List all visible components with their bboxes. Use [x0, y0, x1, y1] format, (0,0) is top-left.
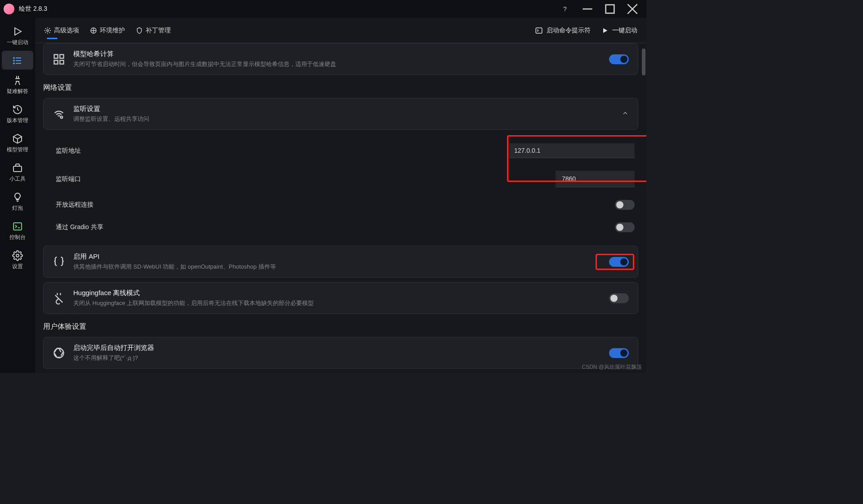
- svg-point-8: [13, 57, 14, 58]
- svg-rect-24: [60, 60, 63, 64]
- svg-marker-20: [603, 28, 607, 33]
- help-button[interactable]: ?: [555, 2, 575, 16]
- sidebar-label: 小工具: [9, 175, 26, 183]
- svg-rect-23: [54, 60, 58, 64]
- section-network: 网络设置: [43, 83, 638, 93]
- sidebar-label: 一键启动: [7, 39, 28, 46]
- listen-address-input[interactable]: [509, 143, 635, 158]
- history-icon: [12, 104, 23, 115]
- listen-sub-panel: 监听地址 监听端口 开放远程连接 通过 Gradio 共享: [43, 134, 638, 241]
- sidebar-label: 版本管理: [7, 117, 28, 124]
- wifi-gear-icon: [53, 108, 65, 120]
- tab-advanced[interactable]: 高级选项: [44, 24, 79, 37]
- tools-icon: [12, 75, 23, 86]
- field-label-gradio: 通过 Gradio 共享: [56, 223, 606, 231]
- grid-icon: [53, 53, 65, 66]
- cmd-prompt-label: 启动命令提示符: [547, 27, 591, 35]
- play-icon: [12, 26, 23, 37]
- one-click-launch-button[interactable]: 一键启动: [601, 27, 637, 35]
- card-desc: 关闭可节省启动时间，但会导致页面内与图片生成数据中无法正常显示模型哈希信息，适用…: [73, 60, 601, 68]
- field-label-listen-addr: 监听地址: [56, 147, 500, 155]
- sidebar-item-settings[interactable]: 设置: [2, 246, 33, 274]
- braces-icon: [53, 256, 65, 268]
- card-auto-browser: 启动完毕后自动打开浏览器 这个不用解释了吧(*´·д·)?: [43, 337, 638, 369]
- sidebar-item-bulb[interactable]: 灯泡: [2, 187, 33, 216]
- titlebar: 绘世 2.8.3 ?: [0, 0, 646, 18]
- sidebar-item-advanced[interactable]: [2, 51, 33, 70]
- tab-env[interactable]: 环境维护: [90, 24, 125, 37]
- sidebar: 一键启动 疑难解答 版本管理 模型管理 小工具 灯泡 控制台: [0, 18, 35, 373]
- window-title: 绘世 2.8.3: [19, 5, 555, 13]
- toggle-api[interactable]: [609, 257, 629, 267]
- maximize-button[interactable]: [600, 2, 620, 16]
- patch-icon: [136, 27, 143, 34]
- svg-rect-14: [13, 223, 22, 230]
- card-desc: 供其他插件与软件调用 SD-WebUI 功能，如 openOutpaint、Ph…: [73, 263, 601, 271]
- toggle-hash[interactable]: [609, 54, 629, 64]
- sidebar-label: 模型管理: [7, 146, 28, 154]
- svg-marker-4: [15, 28, 21, 35]
- app-icon: [4, 4, 14, 14]
- bulb-icon: [12, 192, 23, 203]
- card-desc: 这个不用解释了吧(*´·д·)?: [73, 354, 601, 362]
- sidebar-label: 疑难解答: [7, 88, 28, 95]
- main: 高级选项 环境维护 补丁管理 启动命令提示符 一键启动: [35, 18, 646, 373]
- card-hf-offline: Huggingface 离线模式 关闭从 Huggingface 上联网加载模型…: [43, 282, 638, 314]
- terminal-icon: [535, 27, 543, 35]
- sidebar-label: 灯泡: [12, 204, 23, 212]
- sidebar-item-troubleshoot[interactable]: 疑难解答: [2, 71, 33, 99]
- sidebar-label: 控制台: [9, 234, 26, 241]
- sidebar-item-version[interactable]: 版本管理: [2, 100, 33, 128]
- tab-label: 高级选项: [54, 27, 79, 35]
- sidebar-item-launch[interactable]: 一键启动: [2, 22, 33, 50]
- card-title: 启动完毕后自动打开浏览器: [73, 344, 601, 352]
- sidebar-label: 设置: [12, 263, 23, 270]
- svg-point-17: [47, 30, 49, 31]
- tab-label: 环境维护: [100, 27, 125, 35]
- toggle-gradio[interactable]: [615, 222, 635, 232]
- sidebar-item-tools[interactable]: 小工具: [2, 158, 33, 186]
- field-label-remote: 开放远程连接: [56, 201, 606, 209]
- terminal-icon: [12, 221, 23, 232]
- card-enable-api: 启用 API 供其他插件与软件调用 SD-WebUI 功能，如 openOutp…: [43, 246, 638, 278]
- svg-point-25: [61, 116, 63, 118]
- svg-rect-13: [13, 166, 22, 172]
- card-title: 模型哈希计算: [73, 50, 601, 58]
- card-listen-settings[interactable]: 监听设置 调整监听设置、远程共享访问: [43, 98, 638, 130]
- chevron-up-icon: [622, 110, 629, 118]
- sidebar-item-console[interactable]: 控制台: [2, 217, 33, 245]
- scrollbar-thumb[interactable]: [642, 49, 645, 75]
- svg-point-10: [13, 63, 14, 64]
- topbar: 高级选项 环境维护 补丁管理 启动命令提示符 一键启动: [35, 18, 646, 43]
- svg-rect-19: [536, 28, 542, 33]
- toggle-remote[interactable]: [615, 200, 635, 210]
- plug-off-icon: [53, 292, 65, 305]
- list-icon: [12, 55, 23, 66]
- svg-rect-21: [54, 54, 58, 58]
- content: 模型哈希计算 关闭可节省启动时间，但会导致页面内与图片生成数据中无法正常显示模型…: [35, 43, 646, 373]
- toggle-browser[interactable]: [609, 348, 629, 358]
- listen-port-input[interactable]: [562, 175, 641, 182]
- gear-icon: [44, 27, 51, 34]
- close-button[interactable]: [622, 2, 643, 16]
- card-title: Huggingface 离线模式: [73, 289, 601, 297]
- toggle-hf[interactable]: [609, 293, 629, 303]
- card-title: 监听设置: [73, 105, 614, 113]
- svg-rect-22: [60, 54, 63, 58]
- card-title: 启用 API: [73, 252, 601, 261]
- maintain-icon: [90, 27, 97, 34]
- sidebar-item-models[interactable]: 模型管理: [2, 129, 33, 157]
- svg-point-9: [13, 60, 14, 61]
- cube-icon: [12, 133, 23, 144]
- aperture-icon: [53, 347, 65, 359]
- one-click-label: 一键启动: [612, 27, 637, 35]
- tab-label: 补丁管理: [146, 27, 171, 35]
- section-ux: 用户体验设置: [43, 322, 638, 332]
- minimize-button[interactable]: [577, 2, 598, 16]
- field-label-listen-port: 监听端口: [56, 175, 547, 183]
- tab-patch[interactable]: 补丁管理: [136, 24, 171, 37]
- watermark: CSDN @风吹落叶花飘荡: [582, 363, 642, 371]
- svg-point-16: [16, 254, 19, 257]
- card-desc: 关闭从 Huggingface 上联网加载模型的功能，启用后将无法在线下载本地缺…: [73, 299, 601, 307]
- cmd-prompt-button[interactable]: 启动命令提示符: [535, 27, 591, 35]
